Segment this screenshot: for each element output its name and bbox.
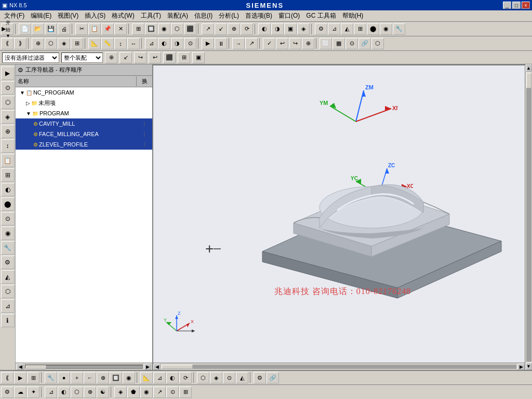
filter-btn-2[interactable]: ↙: [119, 52, 132, 63]
side-icon-7[interactable]: 📋: [1, 154, 15, 167]
close-button[interactable]: ×: [522, 2, 530, 9]
tb2-btn-7[interactable]: 📐: [88, 38, 101, 49]
side-icon-3[interactable]: ⬡: [1, 96, 15, 109]
vscroll-down-btn[interactable]: ▼: [526, 363, 532, 370]
menu-format[interactable]: 格式(W): [109, 10, 137, 21]
bt1-btn-14[interactable]: ⟳: [179, 372, 192, 383]
bt1-btn-9[interactable]: 🔲: [110, 372, 122, 383]
filter-btn-4[interactable]: ↩: [149, 52, 161, 63]
tb2-btn-15[interactable]: ▶: [202, 38, 214, 49]
view-btn-1[interactable]: ⊞: [132, 23, 144, 35]
scroll-thumb[interactable]: [25, 365, 46, 369]
bt1-btn-16[interactable]: ◈: [210, 372, 222, 383]
bt1-btn-8[interactable]: ⊕: [97, 372, 109, 383]
bt2-btn-6[interactable]: ⬡: [71, 387, 83, 398]
tree-item-unused[interactable]: ▷ 📁 未用项: [16, 98, 152, 108]
hscroll-thumb[interactable]: [162, 365, 193, 369]
tree-item-face-milling[interactable]: ⚙ FACE_MILLING_AREA |: [16, 129, 152, 139]
tb2-btn-10[interactable]: ↔: [127, 38, 140, 49]
print-button[interactable]: 🖨: [58, 23, 70, 35]
bt2-btn-8[interactable]: ☯: [97, 387, 109, 398]
hscroll-left-btn[interactable]: ◀: [153, 364, 161, 370]
paste-button[interactable]: 📌: [101, 23, 114, 35]
view-btn-4[interactable]: ⬡: [171, 23, 183, 35]
tb2-btn-18[interactable]: ↗: [245, 38, 258, 49]
menu-view[interactable]: 视图(V): [55, 10, 82, 21]
tree-item-cavity-mill[interactable]: ⚙ CAVITY_MILL |: [16, 118, 152, 129]
orient-btn-4[interactable]: ⟳: [241, 23, 253, 35]
bt1-btn-5[interactable]: ●: [58, 372, 70, 383]
cut-button[interactable]: ✂: [75, 23, 88, 35]
tb2-btn-6[interactable]: ⊞: [71, 38, 83, 49]
delete-button[interactable]: ✕: [114, 23, 127, 35]
side-icon-9[interactable]: ◐: [1, 183, 15, 196]
side-icon-5[interactable]: ⊕: [1, 125, 15, 138]
menu-info[interactable]: 信息(I): [191, 10, 216, 21]
bt2-btn-11[interactable]: ◉: [140, 387, 153, 398]
tb2-btn-14[interactable]: ⊙: [184, 38, 196, 49]
side-icon-18[interactable]: ℹ: [1, 314, 15, 327]
tb2-btn-13[interactable]: ◑: [171, 38, 183, 49]
side-icon-13[interactable]: 🔧: [1, 241, 15, 255]
menu-help[interactable]: 帮助(H): [339, 10, 367, 21]
orient-btn-3[interactable]: ⊕: [228, 23, 240, 35]
render-btn-2[interactable]: ◑: [271, 23, 284, 35]
tb2-btn-17[interactable]: →: [232, 38, 245, 49]
tb2-btn-1[interactable]: ⟪: [1, 38, 14, 49]
tb2-btn-22[interactable]: ⊕: [302, 38, 314, 49]
scroll-left-btn[interactable]: ◀: [17, 364, 24, 370]
side-icon-2[interactable]: ⊙: [1, 81, 15, 95]
vscroll-thumb[interactable]: [526, 73, 531, 88]
view-btn-5[interactable]: ⬛: [184, 23, 196, 35]
tb2-btn-16[interactable]: ⏸: [215, 38, 227, 49]
menu-file[interactable]: 文件(F): [1, 10, 28, 21]
copy-button[interactable]: 📋: [88, 23, 101, 35]
side-icon-1[interactable]: ▶: [1, 66, 15, 80]
filter-btn-5[interactable]: ⬛: [163, 52, 176, 63]
tb2-btn-23[interactable]: ⬜: [320, 38, 332, 49]
tb2-btn-4[interactable]: ⬡: [45, 38, 57, 49]
tb2-btn-19[interactable]: ✓: [263, 38, 275, 49]
bt2-btn-2[interactable]: ☁: [14, 387, 26, 398]
bt2-btn-1[interactable]: ⚙: [1, 387, 14, 398]
vscroll-up-btn[interactable]: ▲: [526, 64, 532, 72]
side-icon-8[interactable]: ⊞: [1, 168, 15, 182]
bt1-btn-4[interactable]: 🔧: [45, 372, 57, 383]
menu-window[interactable]: 窗口(O): [275, 10, 303, 21]
bt1-btn-18[interactable]: ◭: [236, 372, 248, 383]
restore-button[interactable]: □: [512, 2, 521, 9]
bt2-btn-5[interactable]: ◐: [58, 387, 70, 398]
tree-item-zlevel[interactable]: ⚙ ZLEVEL_PROFILE |: [16, 139, 152, 150]
filter-apply-btn[interactable]: ⊕: [105, 52, 117, 63]
scroll-track[interactable]: [25, 365, 143, 369]
minimize-button[interactable]: _: [503, 2, 511, 9]
bt2-btn-13[interactable]: ⊙: [166, 387, 179, 398]
bt2-btn-10[interactable]: ⬟: [127, 387, 140, 398]
bt1-btn-7[interactable]: ←: [84, 372, 96, 383]
tb2-btn-20[interactable]: ↩: [276, 38, 288, 49]
filter-btn-7[interactable]: ▣: [192, 52, 205, 63]
tree-item-nc-program[interactable]: ▼ 📋 NC_PROGRAM: [16, 87, 152, 98]
menu-gc[interactable]: GC 工具箱: [303, 10, 339, 21]
tb2-btn-8[interactable]: 📏: [101, 38, 114, 49]
expand-unused[interactable]: ▷: [26, 100, 30, 106]
bt1-btn-12[interactable]: ⊿: [153, 372, 166, 383]
bt1-btn-1[interactable]: ⟪: [1, 372, 14, 383]
bt2-btn-9[interactable]: ◈: [114, 387, 127, 398]
orient-btn-2[interactable]: ↙: [215, 23, 227, 35]
bt1-btn-2[interactable]: ▶: [14, 372, 26, 383]
side-icon-10[interactable]: ⬤: [1, 197, 15, 211]
bt1-btn-10[interactable]: ◉: [123, 372, 135, 383]
tb2-btn-25[interactable]: ⊙: [345, 38, 358, 49]
extra-btn-2[interactable]: ⊿: [328, 23, 340, 35]
bt1-btn-11[interactable]: 📐: [140, 372, 153, 383]
expand-program[interactable]: ▼: [26, 111, 31, 116]
tb2-btn-24[interactable]: ▦: [332, 38, 345, 49]
tb2-btn-21[interactable]: ↪: [289, 38, 301, 49]
menu-analysis[interactable]: 分析(L): [216, 10, 242, 21]
side-icon-11[interactable]: ⊙: [1, 212, 15, 225]
tb2-btn-9[interactable]: ↕: [114, 38, 127, 49]
bt2-btn-3[interactable]: ✦: [27, 387, 39, 398]
tb2-btn-3[interactable]: ⊕: [32, 38, 44, 49]
side-icon-4[interactable]: ◈: [1, 110, 15, 124]
